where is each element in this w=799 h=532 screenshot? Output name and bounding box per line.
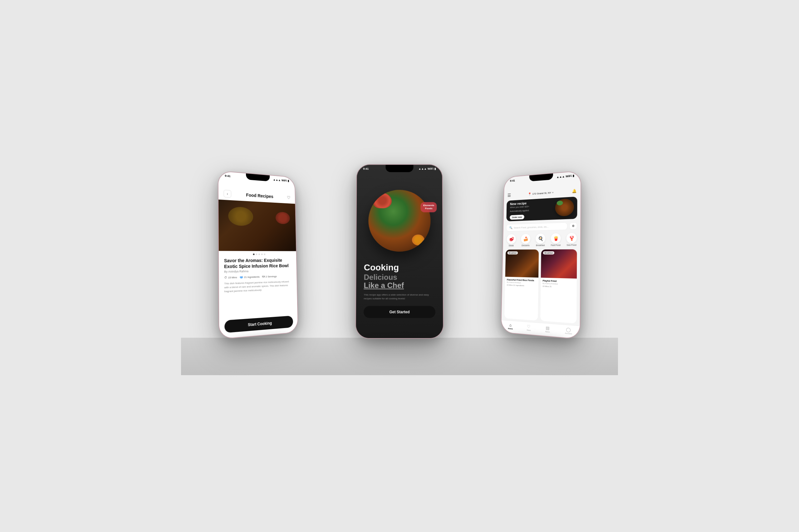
status-icons-right: ▲▲▲ WiFi ▮	[557, 174, 574, 179]
seafood-icon: 🦞	[566, 233, 577, 243]
status-icons-center: ▲▲▲ WiFi ▮	[419, 167, 436, 170]
dot-2	[256, 253, 257, 255]
clock-icon: ⏱	[224, 276, 227, 280]
signal-icon: ▲▲▲	[273, 178, 281, 182]
category-steak[interactable]: 🥩 Steak	[506, 234, 517, 247]
nav-account[interactable]: ◯ Account	[565, 327, 572, 335]
category-seafood-label: Sea Food	[566, 244, 576, 246]
fastfood-icon: 🍟	[551, 233, 561, 244]
account-icon: ◯	[566, 327, 571, 332]
recipe-description: This dish features fragrant jasmine rice…	[224, 280, 292, 294]
status-time-center: 9:41	[363, 167, 369, 170]
category-fastfood-label: Fast Food	[551, 244, 561, 246]
favorite-icon[interactable]: ♡	[287, 195, 291, 200]
status-time-right: 9:41	[510, 179, 515, 183]
promo-title: New recipe	[510, 201, 529, 206]
status-icons-left: ▲▲▲ WiFi ▮	[273, 178, 289, 183]
page-title-left: Food Recipes	[246, 192, 273, 199]
breakfast-icon: 🍳	[535, 233, 545, 244]
category-desserts[interactable]: 🍰 Desserts	[520, 234, 531, 247]
servings-icon: 🍽	[262, 275, 265, 278]
nav-save[interactable]: ♡ Save	[527, 324, 531, 331]
phone-left: 9:41 ▲▲▲ WiFi ▮ ‹ Food Recipes ♡	[218, 171, 298, 340]
search-icon: 🔍	[509, 226, 512, 229]
nav-home[interactable]: ⌂ Home	[508, 322, 513, 329]
nav-home-label: Home	[508, 327, 513, 329]
back-button[interactable]: ‹	[223, 190, 231, 198]
promo-subtitle-2: Automatically applied.	[510, 209, 529, 212]
news-icon: ▤	[546, 326, 549, 331]
food-card-info-1: Flavorful Fried Rice Fiesta By Karina An…	[505, 277, 539, 288]
location-address: 172 Grand St, NY	[532, 191, 551, 195]
category-fastfood[interactable]: 🍟 Fast Food	[550, 233, 562, 246]
dot-3	[258, 253, 260, 255]
save-icon: ♡	[527, 324, 531, 329]
dot-4	[261, 253, 262, 255]
battery-icon: ▮	[288, 179, 289, 183]
recipe-meta: ⏱ 15 Mins 🥣 21 Ingredients 🍽 2 Servings	[224, 274, 292, 280]
phone-right: 9:41 ▲▲▲ WiFi ▮ ☰ 📍 172 Grand St, NY ▾	[501, 171, 581, 340]
battery-icon-c: ▮	[434, 167, 436, 170]
filter-button[interactable]: ⚙	[569, 222, 577, 229]
categories-row: 🥩 Steak 🍰 Desserts 🍳 Breakfast 🍟 Fast Fo…	[503, 231, 581, 248]
bowl-visual	[368, 190, 431, 252]
dot-5	[264, 253, 265, 255]
signal-icon-r: ▲▲▲	[557, 175, 565, 179]
wifi-icon-c: WiFi	[428, 167, 434, 170]
steak-icon: 🥩	[507, 234, 516, 244]
center-description: This recipe app offers a wide selection …	[364, 293, 435, 301]
signal-icon-c: ▲▲▲	[419, 167, 426, 170]
food-image-left	[218, 200, 296, 251]
location-pin-icon: 📍	[528, 192, 531, 195]
meta-time: ⏱ 15 Mins	[224, 276, 237, 279]
recipe-author: By Anindya Rahma	[224, 269, 292, 273]
category-seafood[interactable]: 🦞 Sea Food	[565, 233, 578, 246]
recipe-title: Savor the Aromas: Exquisite Exotic Spice…	[224, 258, 292, 270]
nav-account-label: Account	[565, 332, 572, 335]
center-food-image: Elements Foods	[362, 184, 437, 258]
phone-center-shadow	[365, 338, 434, 339]
notification-bell-icon[interactable]: 🔔	[572, 189, 577, 193]
elements-badge: Elements Foods	[421, 202, 437, 212]
wifi-icon-r: WiFi	[565, 174, 571, 178]
start-cooking-button[interactable]: Start Cooking	[224, 316, 293, 333]
table-surface	[181, 338, 618, 375]
promo-text: New recipe When you order $20+ Automatic…	[510, 201, 529, 220]
home-icon: ⌂	[509, 323, 512, 328]
order-now-button[interactable]: Order now	[510, 214, 524, 220]
category-steak-label: Steak	[509, 245, 514, 247]
category-desserts-label: Desserts	[522, 244, 530, 246]
dot-1	[253, 253, 254, 255]
hamburger-menu-icon[interactable]: ☰	[508, 193, 511, 198]
phone-center: 9:41 ▲▲▲ WiFi ▮ Elements Foods Cooking D…	[355, 164, 443, 339]
recipe-details: Savor the Aromas: Exquisite Exotic Spice…	[219, 256, 297, 318]
promo-food-image	[555, 198, 574, 216]
location-row[interactable]: 📍 172 Grand St, NY ▾	[528, 191, 553, 196]
nav-news[interactable]: ▤ News	[545, 326, 550, 333]
food-card-meta-2: 15 Mins 21	[542, 285, 575, 288]
nav-save-label: Save	[527, 329, 531, 331]
heading-chef: Like a Chef	[364, 282, 435, 290]
search-placeholder: Search Food, groceries, drink, etc...	[514, 225, 549, 229]
ingredients-icon: 🥣	[240, 276, 243, 279]
category-breakfast-label: Breakfast	[536, 244, 545, 246]
nav-news-label: News	[545, 330, 550, 333]
food-card-1[interactable]: Breakfast Flavorful Fried Rice Fiesta By…	[504, 249, 539, 321]
get-started-button[interactable]: Get Started	[364, 306, 435, 318]
food-card-2[interactable]: Breakfast Playful Fried By Karina Anindy…	[540, 249, 577, 324]
status-time-left: 9:41	[225, 174, 230, 177]
food-card-image-2: Breakfast	[541, 249, 577, 279]
image-dots	[219, 251, 296, 256]
search-row: 🔍 Search Food, groceries, drink, etc... …	[506, 222, 577, 231]
promo-banner: New recipe When you order $20+ Automatic…	[506, 196, 577, 221]
center-text-area: Cooking Delicious Like a Chef This recip…	[356, 258, 443, 338]
food-card-tag-1: Breakfast	[508, 251, 518, 254]
search-box[interactable]: 🔍 Search Food, groceries, drink, etc...	[506, 222, 568, 231]
category-breakfast[interactable]: 🍳 Breakfast	[534, 233, 546, 246]
food-cards-row: Breakfast Flavorful Fried Rice Fiesta By…	[502, 247, 580, 326]
chevron-down-icon: ▾	[552, 191, 553, 194]
heading-cooking: Cooking	[364, 263, 435, 272]
promo-subtitle-1: When you order $20+	[510, 205, 529, 208]
desserts-icon: 🍰	[521, 234, 530, 244]
food-card-tag-2: Breakfast	[543, 251, 555, 254]
